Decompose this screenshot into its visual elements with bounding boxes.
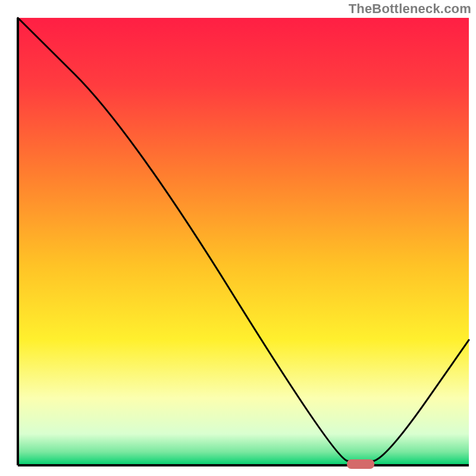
bottleneck-chart [0, 0, 476, 476]
attribution-label: TheBottleneck.com [349, 1, 471, 17]
chart-container: TheBottleneck.com [0, 0, 476, 476]
minimum-marker [347, 459, 374, 469]
